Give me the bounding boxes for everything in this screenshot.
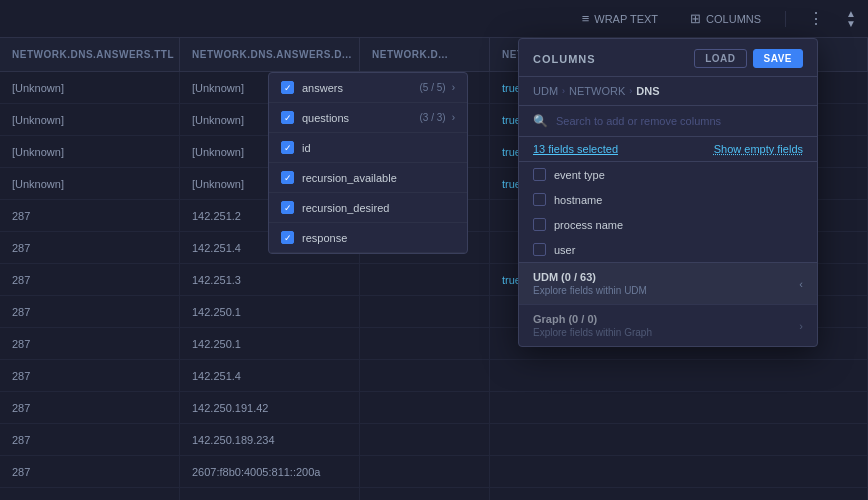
dns-field-item[interactable]: id [269,133,467,163]
breadcrumb-arrow-2: › [629,86,632,96]
table-row: 287 142.250.189.234 [0,424,868,456]
cell-network-d: 3690 [360,488,490,500]
scroll-arrows[interactable]: ▲ ▼ [846,9,856,29]
cell-ttl: 287 [0,456,180,487]
col-header-network-d: NETWORK.D... [360,38,490,71]
dns-fields-panel: answers (5 / 5) › questions (3 / 3) › id… [268,72,468,254]
cell-ttl: [Unknown] [0,168,180,199]
cell-ttl: [Unknown] [0,136,180,167]
group-item-0[interactable]: UDM (0 / 63) Explore fields within UDM ‹ [519,262,817,304]
cell-network-d [360,328,490,359]
field-item[interactable]: user [519,237,817,262]
field-item[interactable]: process name [519,212,817,237]
dns-field-checkbox[interactable] [281,201,294,214]
cell-answers-d: 2607:f8b0:4005:806::200a [180,488,360,500]
fields-list: event type hostname process name user [519,162,817,262]
field-item[interactable]: event type [519,162,817,187]
save-button[interactable]: SAVE [753,49,804,68]
cell-answers-d: 2607:f8b0:4005:811::200a [180,456,360,487]
more-options-button[interactable]: ⋮ [802,5,830,32]
dns-field-label: response [302,232,347,244]
field-checkbox[interactable] [533,218,546,231]
dns-field-item[interactable]: recursion_available [269,163,467,193]
field-checkbox[interactable] [533,193,546,206]
columns-icon: ⊞ [690,11,701,26]
cell-recur [490,392,868,423]
cell-ttl: 287 [0,488,180,500]
cell-network-d [360,360,490,391]
table-row: 287 142.250.191.42 [0,392,868,424]
cell-ttl: 287 [0,360,180,391]
dns-field-checkbox[interactable] [281,171,294,184]
cell-network-d [360,296,490,327]
field-label: process name [554,219,623,231]
dns-field-item[interactable]: response [269,223,467,253]
toolbar-separator [785,11,786,27]
cell-answers-d: 142.250.1 [180,296,360,327]
columns-panel-header: COLUMNS LOAD SAVE [519,39,817,77]
dns-field-checkbox[interactable] [281,111,294,124]
cell-ttl: 287 [0,392,180,423]
field-checkbox[interactable] [533,168,546,181]
group-header: UDM (0 / 63) Explore fields within UDM ‹ [533,271,803,296]
search-icon: 🔍 [533,114,548,128]
cell-network-d [360,392,490,423]
breadcrumb: UDM › NETWORK › DNS [519,77,817,106]
dns-field-item[interactable]: recursion_desired [269,193,467,223]
search-input[interactable] [556,115,803,127]
cell-network-d [360,456,490,487]
cell-recur: true [490,488,868,500]
dns-field-label: recursion_available [302,172,397,184]
dns-field-label: questions [302,112,349,124]
breadcrumb-arrow-1: › [562,86,565,96]
breadcrumb-root[interactable]: UDM [533,85,558,97]
show-empty-fields-toggle[interactable]: Show empty fields [714,143,803,155]
table-row: 287 2607:f8b0:4005:811::200a [0,456,868,488]
col-header-answers-d: NETWORK.DNS.ANSWERS.D... [180,38,360,71]
cell-ttl: 287 [0,328,180,359]
columns-label: COLUMNS [706,13,761,25]
dns-field-item[interactable]: questions (3 / 3) › [269,103,467,133]
fields-selected-count[interactable]: 13 fields selected [533,143,618,155]
field-label: user [554,244,575,256]
dns-field-checkbox[interactable] [281,141,294,154]
cell-ttl: [Unknown] [0,72,180,103]
toolbar: ≡ WRAP TEXT ⊞ COLUMNS ⋮ ▲ ▼ [0,0,868,38]
field-label: hostname [554,194,602,206]
group-chevron-icon: ‹ [799,278,803,290]
groups-list: UDM (0 / 63) Explore fields within UDM ‹… [519,262,817,346]
cell-network-d [360,424,490,455]
cell-ttl: 287 [0,424,180,455]
load-button[interactable]: LOAD [694,49,746,68]
field-label: event type [554,169,605,181]
dns-field-checkbox[interactable] [281,231,294,244]
columns-panel: COLUMNS LOAD SAVE UDM › NETWORK › DNS 🔍 … [518,38,818,347]
columns-button[interactable]: ⊞ COLUMNS [682,7,769,30]
field-checkbox[interactable] [533,243,546,256]
table-row: 287 2607:f8b0:4005:806::200a 3690 true [0,488,868,500]
cell-answers-d: 142.250.1 [180,328,360,359]
wrap-text-icon: ≡ [582,11,590,26]
breadcrumb-level2[interactable]: DNS [636,85,659,97]
search-bar: 🔍 [519,106,817,137]
dns-field-count: (5 / 5) [420,82,446,93]
breadcrumb-level1[interactable]: NETWORK [569,85,625,97]
group-title: Graph (0 / 0) [533,313,652,325]
cell-answers-d: 142.251.3 [180,264,360,295]
group-item-1[interactable]: Graph (0 / 0) Explore fields within Grap… [519,304,817,346]
wrap-text-label: WRAP TEXT [594,13,658,25]
columns-panel-title: COLUMNS [533,53,596,65]
cell-recur [490,360,868,391]
cell-network-d [360,264,490,295]
expand-icon[interactable]: › [452,112,455,123]
dns-field-label: recursion_desired [302,202,389,214]
cell-ttl: 287 [0,264,180,295]
group-chevron-icon: › [799,320,803,332]
table-row: 287 142.251.4 [0,360,868,392]
dns-field-checkbox[interactable] [281,81,294,94]
expand-icon[interactable]: › [452,82,455,93]
cell-ttl: 287 [0,200,180,231]
dns-field-item[interactable]: answers (5 / 5) › [269,73,467,103]
wrap-text-button[interactable]: ≡ WRAP TEXT [574,7,666,30]
field-item[interactable]: hostname [519,187,817,212]
